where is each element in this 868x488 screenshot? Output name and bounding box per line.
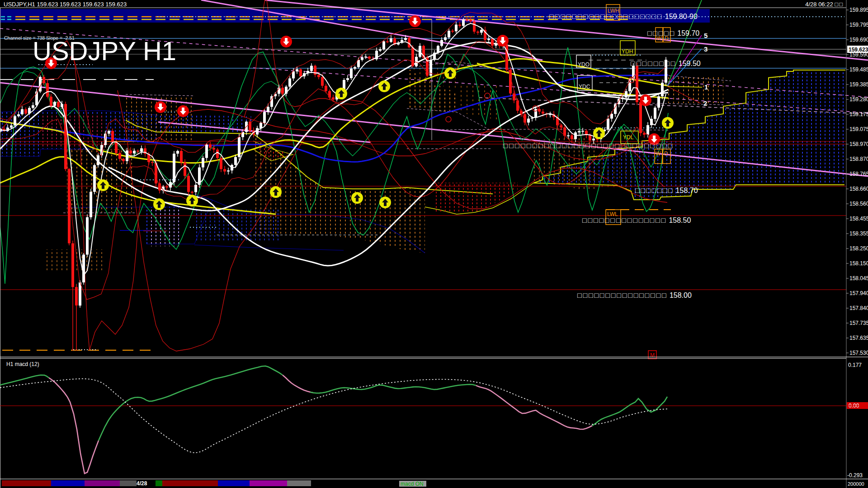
- svg-text:159.075: 159.075: [849, 126, 868, 132]
- svg-text:157.840: 157.840: [849, 305, 868, 311]
- svg-text:1: 1: [704, 83, 708, 91]
- svg-text:4/28: 4/28: [137, 480, 147, 487]
- svg-text:2: 2: [703, 99, 707, 107]
- svg-text:□□□□□□□□□□□□□□□□ 158.00: □□□□□□□□□□□□□□□□ 158.00: [577, 291, 692, 299]
- svg-text:157.940: 157.940: [849, 290, 868, 296]
- svg-text:159.385: 159.385: [849, 81, 868, 88]
- svg-text:□□□□□□□□□□□□□□□ 158.50: □□□□□□□□□□□□□□□ 158.50: [582, 216, 691, 224]
- svg-text:□□□□□□□□□□□□□□□□□□□□ 159.80-90: □□□□□□□□□□□□□□□□□□□□ 159.80-90: [549, 13, 698, 20]
- svg-text:159.895: 159.895: [849, 7, 868, 13]
- svg-text:200000: 200000: [848, 481, 864, 487]
- svg-text:159.690: 159.690: [849, 37, 868, 43]
- svg-text:5: 5: [704, 32, 708, 39]
- svg-text:USDJPY,H1 159.623 159.623 159: USDJPY,H1 159.623 159.623 159.623 159.62…: [4, 1, 127, 8]
- svg-text:158.150: 158.150: [849, 260, 868, 267]
- svg-text:YDL: YDL: [623, 134, 634, 141]
- svg-text:□□□□□□□□□□□□□□□□□□□□□□□□□□□□□: □□□□□□□□□□□□□□□□□□□□□□□□□□□□□: [503, 142, 674, 150]
- svg-text:YDC: YDC: [579, 84, 590, 90]
- svg-text:157.735: 157.735: [849, 320, 868, 326]
- svg-text:3: 3: [704, 45, 708, 53]
- svg-text:158.765: 158.765: [849, 171, 868, 177]
- svg-text:159.280: 159.280: [849, 96, 868, 103]
- svg-text:159.485: 159.485: [849, 66, 868, 73]
- svg-text:□□□□□□□□ 159.50: □□□□□□□□ 159.50: [631, 60, 701, 67]
- svg-text:157.530: 157.530: [849, 350, 868, 356]
- svg-text:158.660: 158.660: [849, 186, 868, 192]
- svg-text:0.177: 0.177: [848, 362, 862, 368]
- svg-text:157.635: 157.635: [849, 335, 868, 341]
- svg-text:W: W: [656, 150, 661, 157]
- svg-text:159.623: 159.623: [849, 47, 868, 53]
- svg-text:158.355: 158.355: [849, 230, 868, 237]
- svg-text:USDJPY H1: USDJPY H1: [33, 36, 176, 66]
- svg-text:macd ON: macd ON: [401, 481, 424, 487]
- svg-text:□□□□□□□ 158.70: □□□□□□□ 158.70: [635, 187, 698, 194]
- svg-text:158.045: 158.045: [849, 275, 868, 282]
- svg-text:YDH: YDH: [622, 48, 633, 55]
- svg-text:H1 macd (12): H1 macd (12): [6, 361, 39, 367]
- svg-text:□□□□□ 159.70: □□□□□ 159.70: [647, 29, 699, 37]
- svg-text:4/28 06:22 □□: 4/28 06:22 □□: [805, 1, 844, 8]
- svg-text:YDO: YDO: [578, 61, 590, 68]
- svg-text:D: D: [664, 150, 668, 157]
- svg-text:M: M: [650, 352, 655, 358]
- svg-text:-0.293: -0.293: [847, 472, 863, 479]
- svg-text:158.970: 158.970: [849, 141, 868, 147]
- svg-text:158.455: 158.455: [849, 216, 868, 222]
- svg-text:158.560: 158.560: [849, 201, 868, 207]
- svg-text:159.175: 159.175: [849, 111, 868, 117]
- svg-text:158.870: 158.870: [849, 156, 868, 162]
- svg-text:159.795: 159.795: [849, 22, 868, 28]
- svg-text:158.250: 158.250: [849, 245, 868, 252]
